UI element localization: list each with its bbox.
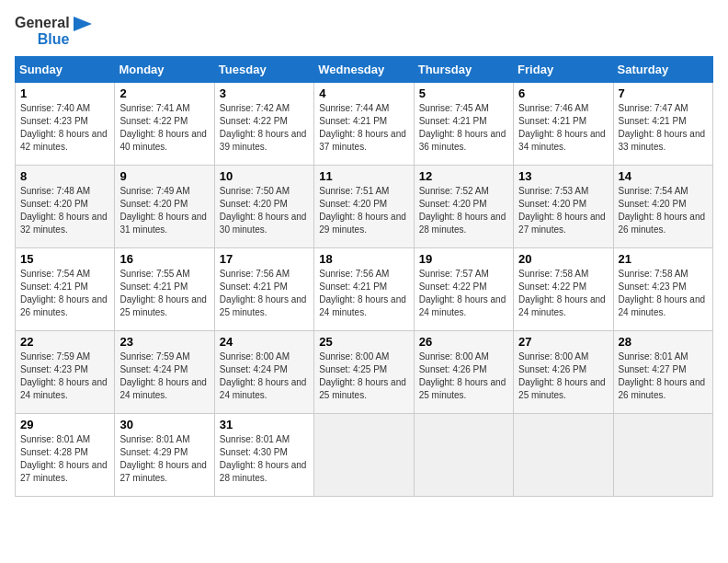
day-info: Sunrise: 7:57 AMSunset: 4:22 PMDaylight:… — [419, 268, 508, 319]
day-number: 5 — [419, 86, 508, 100]
calendar-cell: 15Sunrise: 7:54 AMSunset: 4:21 PMDayligh… — [16, 248, 115, 331]
calendar-cell — [613, 414, 712, 497]
calendar-cell: 26Sunrise: 8:00 AMSunset: 4:26 PMDayligh… — [414, 331, 513, 414]
day-info: Sunrise: 8:00 AMSunset: 4:24 PMDaylight:… — [220, 350, 309, 402]
logo: General Blue — [15, 15, 92, 47]
day-info: Sunrise: 8:01 AMSunset: 4:30 PMDaylight:… — [220, 433, 309, 485]
calendar-cell — [514, 414, 613, 497]
weekday-header-wednesday: Wednesday — [314, 57, 414, 83]
calendar-cell: 5Sunrise: 7:45 AMSunset: 4:21 PMDaylight… — [414, 83, 513, 166]
calendar-cell: 6Sunrise: 7:46 AMSunset: 4:21 PMDaylight… — [514, 83, 613, 166]
day-number: 4 — [319, 86, 408, 100]
calendar-cell: 17Sunrise: 7:56 AMSunset: 4:21 PMDayligh… — [214, 248, 313, 331]
calendar-cell: 19Sunrise: 7:57 AMSunset: 4:22 PMDayligh… — [414, 248, 513, 331]
day-number: 28 — [619, 335, 708, 349]
day-number: 6 — [518, 86, 608, 100]
day-info: Sunrise: 8:01 AMSunset: 4:28 PMDaylight:… — [20, 433, 109, 485]
day-number: 24 — [220, 335, 309, 349]
day-number: 20 — [518, 252, 608, 266]
calendar-cell: 21Sunrise: 7:58 AMSunset: 4:23 PMDayligh… — [613, 248, 712, 331]
day-info: Sunrise: 7:49 AMSunset: 4:20 PMDaylight:… — [119, 185, 209, 236]
day-number: 14 — [619, 169, 708, 183]
weekday-header-row: SundayMondayTuesdayWednesdayThursdayFrid… — [16, 57, 713, 83]
calendar-cell: 28Sunrise: 8:01 AMSunset: 4:27 PMDayligh… — [613, 331, 712, 414]
calendar-cell: 4Sunrise: 7:44 AMSunset: 4:21 PMDaylight… — [314, 83, 414, 166]
calendar-cell: 3Sunrise: 7:42 AMSunset: 4:22 PMDaylight… — [214, 83, 313, 166]
day-info: Sunrise: 7:46 AMSunset: 4:21 PMDaylight:… — [518, 102, 608, 154]
weekday-header-sunday: Sunday — [16, 57, 115, 83]
day-info: Sunrise: 7:55 AMSunset: 4:21 PMDaylight:… — [119, 268, 209, 319]
weekday-header-saturday: Saturday — [613, 57, 712, 83]
day-info: Sunrise: 8:00 AMSunset: 4:26 PMDaylight:… — [419, 350, 508, 402]
day-info: Sunrise: 8:01 AMSunset: 4:27 PMDaylight:… — [619, 350, 708, 402]
weekday-header-thursday: Thursday — [414, 57, 513, 83]
day-number: 1 — [20, 86, 109, 100]
weekday-header-friday: Friday — [514, 57, 613, 83]
day-number: 9 — [119, 169, 209, 183]
calendar-cell: 20Sunrise: 7:58 AMSunset: 4:22 PMDayligh… — [514, 248, 613, 331]
calendar-week-row: 29Sunrise: 8:01 AMSunset: 4:28 PMDayligh… — [16, 414, 713, 497]
day-info: Sunrise: 7:48 AMSunset: 4:20 PMDaylight:… — [20, 185, 109, 236]
day-number: 30 — [119, 418, 209, 431]
day-number: 8 — [20, 169, 109, 183]
day-number: 26 — [419, 335, 508, 349]
logo-triangle-icon — [74, 17, 92, 31]
day-info: Sunrise: 7:59 AMSunset: 4:24 PMDaylight:… — [119, 350, 209, 402]
calendar-cell: 13Sunrise: 7:53 AMSunset: 4:20 PMDayligh… — [514, 166, 613, 248]
day-info: Sunrise: 7:50 AMSunset: 4:20 PMDaylight:… — [220, 185, 309, 236]
day-number: 7 — [619, 86, 708, 100]
calendar-cell: 11Sunrise: 7:51 AMSunset: 4:20 PMDayligh… — [314, 166, 414, 248]
day-info: Sunrise: 7:51 AMSunset: 4:20 PMDaylight:… — [319, 185, 408, 236]
calendar-cell: 7Sunrise: 7:47 AMSunset: 4:21 PMDaylight… — [613, 83, 712, 166]
day-info: Sunrise: 8:00 AMSunset: 4:26 PMDaylight:… — [518, 350, 608, 402]
day-info: Sunrise: 7:53 AMSunset: 4:20 PMDaylight:… — [518, 185, 608, 236]
calendar-cell: 31Sunrise: 8:01 AMSunset: 4:30 PMDayligh… — [214, 414, 313, 497]
day-info: Sunrise: 7:59 AMSunset: 4:23 PMDaylight:… — [20, 350, 109, 402]
calendar-cell — [414, 414, 513, 497]
calendar-week-row: 1Sunrise: 7:40 AMSunset: 4:23 PMDaylight… — [16, 83, 713, 166]
day-number: 23 — [119, 335, 209, 349]
calendar-cell: 24Sunrise: 8:00 AMSunset: 4:24 PMDayligh… — [214, 331, 313, 414]
day-number: 29 — [20, 418, 109, 431]
calendar-week-row: 15Sunrise: 7:54 AMSunset: 4:21 PMDayligh… — [16, 248, 713, 331]
calendar-cell: 2Sunrise: 7:41 AMSunset: 4:22 PMDaylight… — [115, 83, 214, 166]
day-info: Sunrise: 7:58 AMSunset: 4:23 PMDaylight:… — [619, 268, 708, 319]
calendar-cell — [314, 414, 414, 497]
calendar-cell: 1Sunrise: 7:40 AMSunset: 4:23 PMDaylight… — [16, 83, 115, 166]
day-number: 10 — [220, 169, 309, 183]
day-info: Sunrise: 7:40 AMSunset: 4:23 PMDaylight:… — [20, 102, 109, 154]
calendar-cell: 27Sunrise: 8:00 AMSunset: 4:26 PMDayligh… — [514, 331, 613, 414]
calendar-cell: 14Sunrise: 7:54 AMSunset: 4:20 PMDayligh… — [613, 166, 712, 248]
day-number: 19 — [419, 252, 508, 266]
day-info: Sunrise: 7:52 AMSunset: 4:20 PMDaylight:… — [419, 185, 508, 236]
day-info: Sunrise: 7:54 AMSunset: 4:21 PMDaylight:… — [20, 268, 109, 319]
calendar-week-row: 8Sunrise: 7:48 AMSunset: 4:20 PMDaylight… — [16, 166, 713, 248]
calendar-cell: 8Sunrise: 7:48 AMSunset: 4:20 PMDaylight… — [16, 166, 115, 248]
calendar-cell: 10Sunrise: 7:50 AMSunset: 4:20 PMDayligh… — [214, 166, 313, 248]
day-number: 27 — [518, 335, 608, 349]
calendar-cell: 30Sunrise: 8:01 AMSunset: 4:29 PMDayligh… — [115, 414, 214, 497]
day-number: 31 — [220, 418, 309, 431]
day-info: Sunrise: 7:45 AMSunset: 4:21 PMDaylight:… — [419, 102, 508, 154]
calendar-cell: 9Sunrise: 7:49 AMSunset: 4:20 PMDaylight… — [115, 166, 214, 248]
calendar-cell: 18Sunrise: 7:56 AMSunset: 4:21 PMDayligh… — [314, 248, 414, 331]
logo-text: General Blue — [15, 15, 92, 47]
calendar-cell: 23Sunrise: 7:59 AMSunset: 4:24 PMDayligh… — [115, 331, 214, 414]
day-info: Sunrise: 7:44 AMSunset: 4:21 PMDaylight:… — [319, 102, 408, 154]
calendar-cell: 16Sunrise: 7:55 AMSunset: 4:21 PMDayligh… — [115, 248, 214, 331]
day-info: Sunrise: 7:58 AMSunset: 4:22 PMDaylight:… — [518, 268, 608, 319]
calendar-week-row: 22Sunrise: 7:59 AMSunset: 4:23 PMDayligh… — [16, 331, 713, 414]
day-number: 12 — [419, 169, 508, 183]
day-number: 3 — [220, 86, 309, 100]
day-info: Sunrise: 8:00 AMSunset: 4:25 PMDaylight:… — [319, 350, 408, 402]
calendar-cell: 29Sunrise: 8:01 AMSunset: 4:28 PMDayligh… — [16, 414, 115, 497]
weekday-header-tuesday: Tuesday — [214, 57, 313, 83]
day-number: 22 — [20, 335, 109, 349]
day-number: 18 — [319, 252, 408, 266]
calendar-cell: 22Sunrise: 7:59 AMSunset: 4:23 PMDayligh… — [16, 331, 115, 414]
day-info: Sunrise: 7:41 AMSunset: 4:22 PMDaylight:… — [119, 102, 209, 154]
day-info: Sunrise: 7:56 AMSunset: 4:21 PMDaylight:… — [319, 268, 408, 319]
day-number: 13 — [518, 169, 608, 183]
day-number: 17 — [220, 252, 309, 266]
day-number: 11 — [319, 169, 408, 183]
